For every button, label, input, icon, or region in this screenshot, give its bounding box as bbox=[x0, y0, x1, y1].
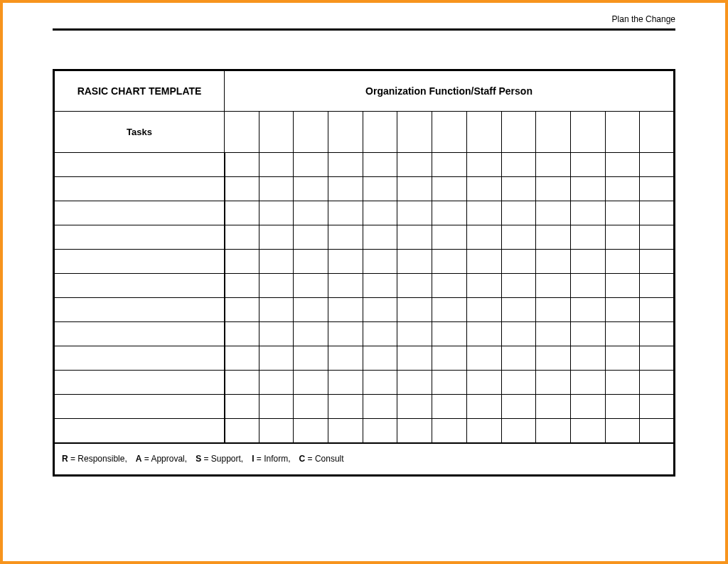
grid-cell bbox=[259, 177, 294, 201]
task-cell bbox=[54, 322, 225, 346]
grid-cell bbox=[536, 395, 571, 419]
grid-cell bbox=[328, 225, 363, 250]
grid-cell bbox=[536, 298, 571, 322]
staff-header-cell bbox=[501, 112, 536, 153]
grid-cell bbox=[397, 201, 432, 225]
grid-cell bbox=[363, 371, 397, 395]
grid-cell bbox=[259, 225, 294, 250]
grid-cell bbox=[466, 225, 501, 250]
grid-cell bbox=[363, 153, 397, 177]
grid-cell bbox=[501, 371, 536, 395]
staff-header-cell bbox=[536, 112, 571, 153]
grid-cell bbox=[397, 371, 432, 395]
grid-cell bbox=[640, 371, 675, 395]
grid-cell bbox=[501, 274, 536, 298]
grid-cell bbox=[605, 322, 640, 346]
grid-cell bbox=[328, 371, 363, 395]
grid-cell bbox=[432, 250, 467, 274]
rasic-chart-table: RASIC CHART TEMPLATEOrganization Functio… bbox=[53, 69, 675, 477]
staff-header-cell bbox=[432, 112, 467, 153]
grid-cell bbox=[294, 201, 328, 225]
grid-cell bbox=[536, 371, 571, 395]
tasks-header: Tasks bbox=[54, 112, 225, 153]
grid-cell bbox=[605, 346, 640, 371]
grid-cell bbox=[294, 274, 328, 298]
grid-cell bbox=[536, 274, 571, 298]
staff-header-cell bbox=[570, 112, 605, 153]
grid-cell bbox=[466, 298, 501, 322]
grid-cell bbox=[432, 177, 467, 201]
grid-cell bbox=[501, 322, 536, 346]
grid-cell bbox=[328, 395, 363, 419]
grid-cell bbox=[397, 322, 432, 346]
grid-cell bbox=[328, 298, 363, 322]
grid-cell bbox=[640, 225, 675, 250]
grid-cell bbox=[363, 322, 397, 346]
staff-header-cell bbox=[225, 112, 259, 153]
grid-cell bbox=[259, 250, 294, 274]
grid-cell bbox=[363, 298, 397, 322]
grid-cell bbox=[328, 274, 363, 298]
task-cell bbox=[54, 298, 225, 322]
grid-cell bbox=[397, 153, 432, 177]
task-cell bbox=[54, 346, 225, 371]
staff-header-cell bbox=[605, 112, 640, 153]
grid-cell bbox=[225, 153, 259, 177]
grid-cell bbox=[605, 201, 640, 225]
grid-cell bbox=[536, 419, 571, 443]
grid-cell bbox=[570, 419, 605, 443]
grid-cell bbox=[363, 419, 397, 443]
grid-cell bbox=[570, 322, 605, 346]
page-frame: Plan the Change RASIC CHART TEMPLATEOrga… bbox=[0, 0, 728, 564]
grid-cell bbox=[570, 250, 605, 274]
grid-cell bbox=[570, 201, 605, 225]
grid-cell bbox=[328, 201, 363, 225]
grid-cell bbox=[501, 298, 536, 322]
task-cell bbox=[54, 395, 225, 419]
grid-cell bbox=[328, 250, 363, 274]
task-cell bbox=[54, 371, 225, 395]
grid-cell bbox=[640, 274, 675, 298]
grid-cell bbox=[501, 153, 536, 177]
grid-cell bbox=[432, 346, 467, 371]
grid-cell bbox=[640, 395, 675, 419]
grid-cell bbox=[640, 201, 675, 225]
staff-header-cell bbox=[259, 112, 294, 153]
grid-cell bbox=[466, 153, 501, 177]
grid-cell bbox=[294, 419, 328, 443]
grid-cell bbox=[259, 346, 294, 371]
staff-header-cell bbox=[294, 112, 328, 153]
task-cell bbox=[54, 225, 225, 250]
grid-cell bbox=[501, 201, 536, 225]
staff-header-cell bbox=[466, 112, 501, 153]
grid-cell bbox=[397, 298, 432, 322]
grid-cell bbox=[294, 346, 328, 371]
grid-cell bbox=[501, 177, 536, 201]
header-rule bbox=[53, 28, 675, 31]
grid-cell bbox=[225, 346, 259, 371]
grid-cell bbox=[640, 346, 675, 371]
grid-cell bbox=[294, 298, 328, 322]
grid-cell bbox=[570, 298, 605, 322]
grid-cell bbox=[363, 274, 397, 298]
grid-cell bbox=[432, 395, 467, 419]
grid-cell bbox=[466, 201, 501, 225]
grid-cell bbox=[259, 274, 294, 298]
grid-cell bbox=[432, 322, 467, 346]
grid-cell bbox=[432, 201, 467, 225]
grid-cell bbox=[328, 153, 363, 177]
grid-cell bbox=[432, 274, 467, 298]
grid-cell bbox=[605, 153, 640, 177]
grid-cell bbox=[570, 177, 605, 201]
grid-cell bbox=[605, 371, 640, 395]
grid-cell bbox=[363, 225, 397, 250]
grid-cell bbox=[536, 250, 571, 274]
grid-cell bbox=[501, 346, 536, 371]
grid-cell bbox=[605, 298, 640, 322]
grid-cell bbox=[225, 201, 259, 225]
grid-cell bbox=[432, 419, 467, 443]
grid-cell bbox=[640, 322, 675, 346]
grid-cell bbox=[466, 346, 501, 371]
grid-cell bbox=[432, 298, 467, 322]
grid-cell bbox=[640, 250, 675, 274]
